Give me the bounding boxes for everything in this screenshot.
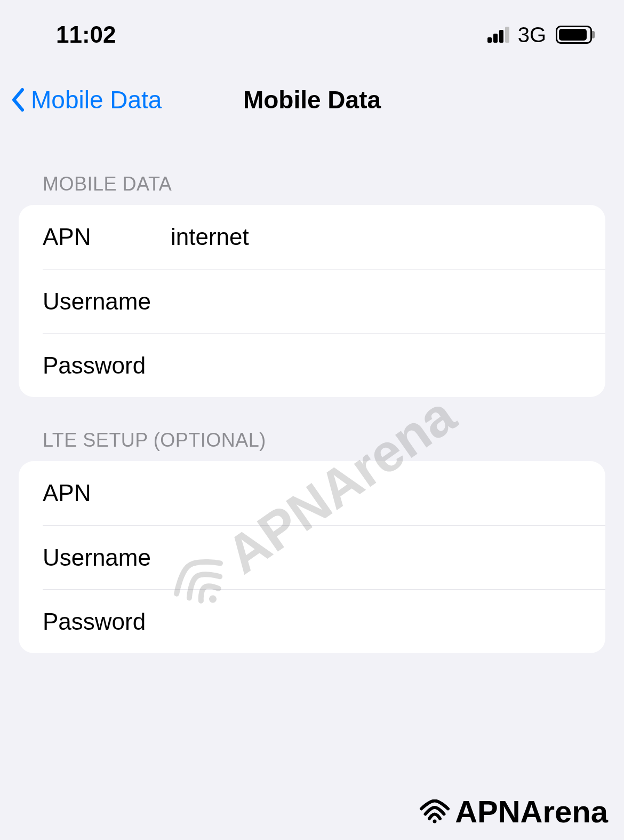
input-password[interactable] xyxy=(171,352,581,379)
status-bar: 11:02 3G xyxy=(0,0,624,59)
svg-point-1 xyxy=(433,820,437,823)
section-header-mobile-data: MOBILE DATA xyxy=(19,130,605,205)
label-password: Password xyxy=(43,352,171,379)
page-title: Mobile Data xyxy=(243,85,381,114)
content: MOBILE DATA APN Username Password LTE SE… xyxy=(0,130,624,653)
row-lte-apn[interactable]: APN xyxy=(19,461,605,525)
input-lte-password[interactable] xyxy=(171,608,581,635)
watermark-bottom: APNArena xyxy=(419,794,608,829)
signal-icon xyxy=(487,27,509,43)
input-lte-username[interactable] xyxy=(171,544,581,571)
navigation-bar: Mobile Data Mobile Data xyxy=(0,59,624,130)
wifi-icon xyxy=(419,799,451,823)
status-indicators: 3G xyxy=(487,23,592,47)
label-lte-username: Username xyxy=(43,544,171,571)
status-time: 11:02 xyxy=(56,21,116,48)
row-password[interactable]: Password xyxy=(43,333,605,397)
label-username: Username xyxy=(43,288,171,315)
back-button[interactable]: Mobile Data xyxy=(11,85,162,114)
battery-icon xyxy=(556,26,592,44)
watermark-text: APNArena xyxy=(455,794,608,829)
row-lte-username[interactable]: Username xyxy=(43,525,605,589)
chevron-left-icon xyxy=(11,88,26,112)
row-username[interactable]: Username xyxy=(43,269,605,333)
input-username[interactable] xyxy=(171,288,581,315)
card-lte: APN Username Password xyxy=(19,461,605,653)
input-lte-apn[interactable] xyxy=(171,480,581,506)
back-label: Mobile Data xyxy=(31,85,162,114)
network-type: 3G xyxy=(518,23,546,47)
row-lte-password[interactable]: Password xyxy=(43,589,605,653)
label-lte-apn: APN xyxy=(43,480,171,506)
input-apn[interactable] xyxy=(171,224,581,250)
label-lte-password: Password xyxy=(43,608,171,635)
section-header-lte: LTE SETUP (OPTIONAL) xyxy=(19,397,605,461)
label-apn: APN xyxy=(43,224,171,250)
row-apn[interactable]: APN xyxy=(19,205,605,269)
card-mobile-data: APN Username Password xyxy=(19,205,605,397)
